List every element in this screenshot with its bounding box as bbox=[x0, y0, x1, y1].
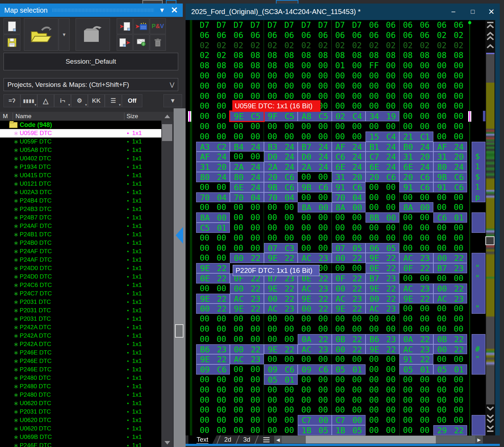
hex-word[interactable]: 0000 bbox=[264, 223, 298, 233]
hex-word[interactable]: 0000 bbox=[298, 243, 331, 253]
hex-word[interactable]: 0000 bbox=[196, 415, 230, 425]
hex-word[interactable]: 0000 bbox=[332, 385, 366, 395]
hex-word[interactable]: 0000 bbox=[196, 111, 230, 121]
map-list-item[interactable]: ∗P24AF DTC1x1 bbox=[0, 247, 161, 256]
filter-info-button[interactable]: i¬▾ bbox=[54, 94, 71, 107]
hex-word[interactable]: 0000 bbox=[196, 243, 230, 253]
hex-word[interactable]: 0606 bbox=[399, 30, 433, 40]
hex-word[interactable]: 0000 bbox=[196, 202, 230, 212]
hex-word[interactable]: 9BC6 bbox=[433, 172, 467, 182]
hex-word[interactable]: 0F22 bbox=[332, 273, 366, 283]
hex-word[interactable]: 9E22 bbox=[264, 253, 298, 263]
hex-word[interactable]: 0000 bbox=[399, 223, 433, 233]
hex-word[interactable]: 0000 bbox=[366, 91, 399, 101]
hex-word[interactable]: 0606 bbox=[433, 20, 467, 30]
hex-word[interactable]: 0000 bbox=[433, 91, 467, 101]
map-list-item[interactable]: ∗P24C6 DTC1x1 bbox=[0, 281, 161, 289]
hex-row[interactable]: 00000000000000000000000000000000 bbox=[196, 233, 467, 243]
list-scroll-up-button[interactable] bbox=[161, 112, 173, 121]
hex-word[interactable]: 0808 bbox=[230, 60, 264, 71]
hex-word[interactable]: 0202 bbox=[264, 40, 298, 51]
hex-word[interactable]: 0000 bbox=[399, 60, 433, 71]
hex-word[interactable]: 0000 bbox=[433, 405, 467, 415]
hex-word[interactable]: 0202 bbox=[433, 40, 467, 51]
hex-row[interactable]: 00000000000000000000000000000000 bbox=[196, 324, 467, 334]
hex-word[interactable]: 0022 bbox=[264, 294, 298, 304]
hex-word[interactable]: 0000 bbox=[298, 71, 331, 81]
panel-menu-icon[interactable]: ▼ bbox=[159, 7, 165, 14]
hex-word[interactable]: 0000 bbox=[230, 395, 264, 405]
hex-word[interactable]: 0100 bbox=[332, 60, 366, 71]
hex-word[interactable]: 0808 bbox=[298, 50, 331, 60]
hex-row[interactable]: 0000000000008A008A0000008A000000 bbox=[196, 202, 467, 212]
hex-word[interactable]: 0000 bbox=[399, 304, 433, 314]
hex-row[interactable]: 00000000000000000000000000000000 bbox=[196, 121, 467, 132]
hex-word[interactable]: 0000 bbox=[230, 152, 264, 162]
tab-view-menu[interactable] bbox=[258, 435, 275, 444]
hex-word[interactable]: 0000 bbox=[196, 121, 230, 132]
hex-word[interactable]: 0000 bbox=[230, 71, 264, 81]
hex-word[interactable]: 0000 bbox=[298, 354, 331, 364]
hex-word[interactable]: 20C6 bbox=[366, 172, 399, 182]
hex-word[interactable]: 0000 bbox=[399, 243, 433, 253]
hex-word[interactable]: AF24 bbox=[433, 142, 467, 152]
hex-word[interactable]: 0000 bbox=[332, 375, 366, 385]
hex-word[interactable]: 0000 bbox=[433, 202, 467, 212]
hex-word[interactable]: AF24 bbox=[196, 152, 230, 162]
delete-button[interactable] bbox=[150, 34, 166, 51]
map-list-item[interactable]: ∗P242A DTC1x1 bbox=[0, 323, 161, 332]
hex-row[interactable]: 00000000000000000000000000000000 bbox=[196, 81, 467, 91]
hex-word[interactable]: 0000 bbox=[298, 314, 331, 324]
hex-word[interactable]: 0808 bbox=[399, 50, 433, 60]
hex-word[interactable]: 9E22 bbox=[366, 344, 399, 355]
open-client-button[interactable] bbox=[76, 18, 110, 51]
hex-word[interactable]: 0000 bbox=[433, 324, 467, 334]
hex-word[interactable]: 0000 bbox=[366, 71, 399, 81]
hex-word[interactable]: 0808 bbox=[332, 50, 366, 60]
hex-word[interactable]: 0022 bbox=[433, 283, 467, 294]
hex-word[interactable]: 0000 bbox=[366, 354, 399, 364]
hex-word[interactable]: 7004 bbox=[332, 192, 366, 203]
hex-row[interactable]: 00000000000000000000000000000000 bbox=[196, 314, 467, 324]
hex-word[interactable]: 0202 bbox=[433, 30, 467, 40]
hex-word[interactable]: 0000 bbox=[399, 375, 433, 385]
hex-word[interactable]: 0022 bbox=[433, 344, 467, 355]
hex-dump-area[interactable]: D7D7D7D7D7D7D7D7D7D706060606060606060606… bbox=[186, 20, 495, 435]
hex-word[interactable]: 0000 bbox=[264, 334, 298, 344]
hex-row[interactable]: 09C6000009C609C60501000005010501 bbox=[196, 364, 467, 375]
page-up-fast-icon[interactable] bbox=[485, 32, 495, 41]
hex-word[interactable]: AC23 bbox=[399, 253, 433, 263]
hex-word[interactable]: 0000 bbox=[399, 121, 433, 132]
hex-word[interactable]: AC23 bbox=[332, 294, 366, 304]
map-list-item[interactable]: ∗P24D0 DTC1x1 bbox=[0, 264, 161, 273]
hex-word[interactable]: 0000 bbox=[366, 314, 399, 324]
hex-word[interactable]: 0B22 bbox=[332, 334, 366, 344]
map-list-item[interactable]: ∗P2480 DTC1x1 bbox=[0, 374, 161, 382]
hex-row[interactable]: 0000000000001B051B05000000002922 bbox=[196, 425, 467, 435]
hex-row[interactable]: 02020202020202020202020202020202 bbox=[196, 40, 467, 51]
session-box[interactable]: Session:_Default bbox=[4, 53, 178, 70]
hex-word[interactable]: 0000 bbox=[399, 385, 433, 395]
hex-word[interactable]: AF24 bbox=[332, 142, 366, 152]
hex-word[interactable]: 0000 bbox=[332, 71, 366, 81]
hex-word[interactable]: 9E22 bbox=[366, 283, 399, 294]
map-list-item[interactable]: ∗U059E DTC1x1 bbox=[0, 129, 161, 138]
hex-word[interactable]: 0022 bbox=[196, 304, 230, 314]
map-list-item[interactable]: ∗P24D0 DTC1x1 bbox=[0, 273, 161, 281]
map-list-item[interactable]: ∗P24B1 DTC1x1 bbox=[0, 230, 161, 239]
folder-row[interactable]: Code (948) bbox=[0, 121, 161, 129]
hex-word[interactable]: 0000 bbox=[196, 395, 230, 405]
hex-word[interactable]: 9E22 bbox=[366, 253, 399, 263]
map-list-item[interactable]: ∗P2031 DTC1x1 bbox=[0, 306, 161, 315]
hex-word[interactable]: 0000 bbox=[298, 91, 331, 101]
hex-row[interactable]: 00006E249BC69BC691C6000091C691C6 bbox=[196, 182, 467, 192]
tab-3d[interactable]: 3d bbox=[239, 435, 254, 444]
hex-word[interactable]: 2922 bbox=[433, 425, 467, 435]
hex-word[interactable]: 7004 bbox=[196, 192, 230, 203]
hex-word[interactable]: 0000 bbox=[433, 385, 467, 395]
hex-word[interactable]: 1B05 bbox=[332, 425, 366, 435]
hex-word[interactable]: 0000 bbox=[264, 233, 298, 243]
panel-close-icon[interactable]: ✕ bbox=[171, 5, 178, 15]
hex-word[interactable]: B723 bbox=[433, 263, 467, 273]
map-list-item[interactable]: ∗P242A DTC1x1 bbox=[0, 340, 161, 349]
